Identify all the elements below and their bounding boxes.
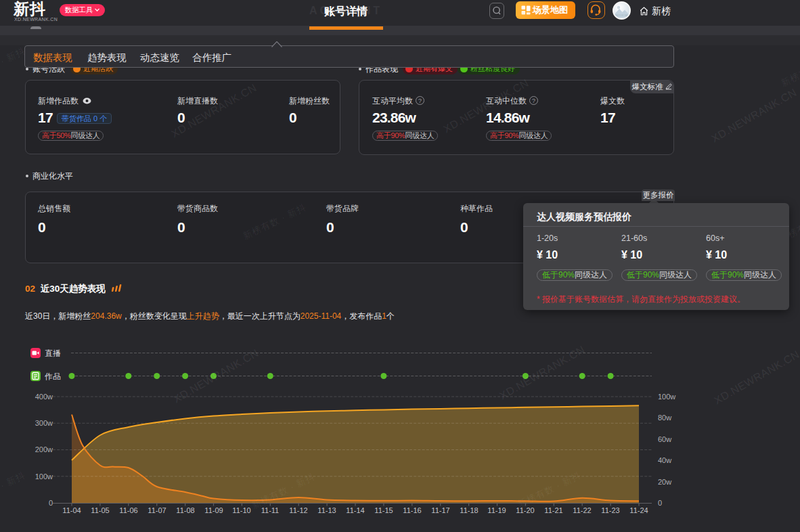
svg-text:PHOTO BY SAM: PHOTO BY SAM — [615, 14, 629, 17]
